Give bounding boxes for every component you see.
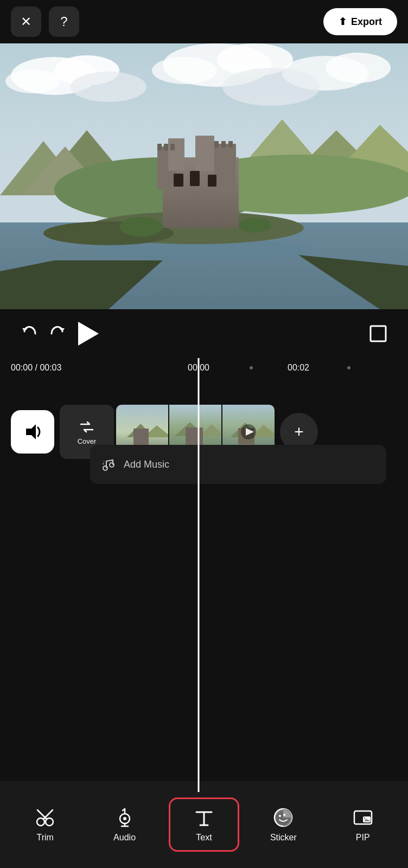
svg-point-83	[283, 814, 285, 816]
tool-sticker[interactable]: Sticker	[248, 799, 318, 850]
svg-rect-32	[214, 141, 219, 148]
play-triangle-icon	[78, 322, 99, 346]
svg-point-8	[326, 53, 391, 83]
pip-label: PIP	[356, 833, 370, 843]
undo-button[interactable]	[16, 320, 43, 347]
svg-rect-27	[168, 138, 184, 171]
play-button[interactable]	[71, 317, 103, 350]
svg-rect-30	[164, 144, 168, 150]
svg-point-74	[123, 817, 126, 820]
svg-point-10	[222, 68, 320, 106]
video-preview	[0, 43, 408, 309]
svg-rect-34	[228, 141, 233, 148]
bottom-toolbar: Trim Audio Text	[0, 781, 408, 868]
tool-pip[interactable]: PIP	[328, 799, 398, 850]
svg-rect-49	[133, 429, 149, 445]
add-icon: +	[294, 423, 304, 441]
time-dot-1	[250, 366, 253, 369]
text-label: Text	[196, 833, 212, 843]
svg-rect-33	[221, 141, 226, 148]
svg-rect-36	[190, 171, 200, 186]
fullscreen-button[interactable]	[365, 320, 392, 347]
svg-rect-55	[186, 427, 203, 445]
upload-icon: ⬆	[339, 16, 347, 28]
export-label: Export	[351, 16, 382, 28]
svg-point-64	[103, 466, 107, 470]
svg-point-3	[5, 69, 60, 93]
svg-rect-28	[195, 136, 214, 171]
controls-bar	[0, 309, 408, 358]
time-dot-2	[347, 366, 350, 369]
svg-marker-45	[26, 424, 36, 439]
svg-point-38	[119, 217, 163, 237]
sticker-icon	[272, 807, 294, 828]
svg-point-39	[239, 218, 271, 233]
add-music-label: Add Music	[124, 459, 169, 470]
volume-button[interactable]	[11, 410, 54, 454]
tool-trim[interactable]: Trim	[10, 799, 80, 850]
help-button[interactable]: ?	[49, 7, 79, 37]
text-icon	[193, 807, 215, 828]
cover-label: Cover	[78, 437, 97, 445]
svg-point-82	[279, 815, 281, 817]
tool-text[interactable]: Text	[169, 797, 239, 852]
timeline-area: 00:00 / 00:03 00:00 00:02 Cover	[0, 358, 408, 792]
trim-label: Trim	[36, 833, 53, 843]
svg-rect-44	[371, 326, 386, 341]
audio-label: Audio	[113, 833, 136, 843]
swap-icon	[79, 419, 95, 435]
svg-rect-35	[174, 174, 183, 187]
svg-point-65	[110, 463, 114, 467]
svg-rect-37	[208, 175, 216, 187]
top-bar: ✕ ? ⬆ Export	[0, 0, 408, 43]
svg-text:♩: ♩	[102, 459, 105, 465]
svg-point-87	[364, 818, 365, 819]
castle-scene-svg	[0, 43, 408, 309]
svg-point-6	[152, 57, 217, 84]
svg-point-9	[71, 72, 146, 102]
close-button[interactable]: ✕	[11, 7, 41, 37]
redo-button[interactable]	[43, 320, 71, 347]
scissors-icon	[34, 807, 56, 828]
sticker-label: Sticker	[270, 833, 297, 843]
tool-audio[interactable]: Audio	[90, 799, 160, 850]
playhead	[198, 358, 200, 792]
time-labels: 00:00 / 00:03 00:00 00:02	[0, 358, 408, 378]
time-marker-2s: 00:02	[288, 363, 309, 373]
top-bar-left: ✕ ?	[11, 7, 79, 37]
export-button[interactable]: ⬆ Export	[323, 8, 397, 35]
add-music-row[interactable]: ♩ Add Music	[90, 445, 386, 484]
pip-icon	[352, 807, 374, 828]
svg-rect-26	[214, 144, 236, 190]
music-note-icon: ♩	[101, 457, 116, 472]
audio-icon	[114, 807, 136, 828]
svg-rect-29	[157, 144, 162, 150]
svg-rect-31	[170, 144, 175, 150]
time-current: 00:00 / 00:03	[11, 363, 61, 373]
